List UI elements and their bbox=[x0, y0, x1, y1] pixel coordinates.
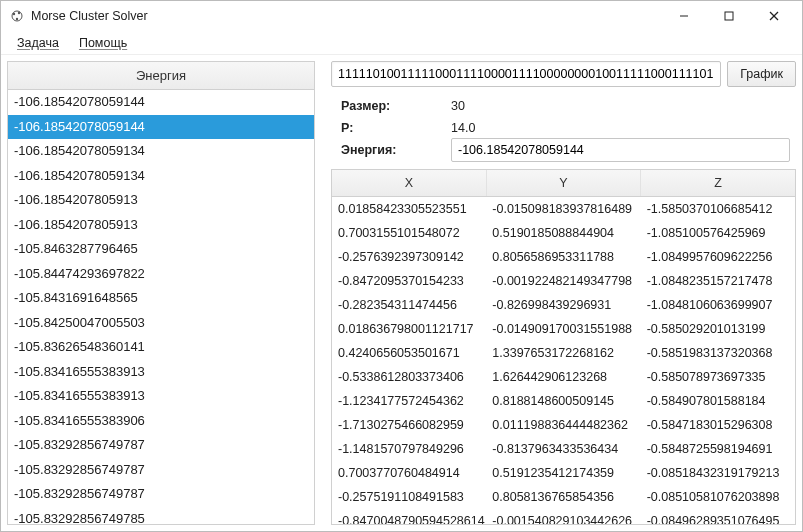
energy-list-row[interactable]: -106.18542078059144 bbox=[8, 90, 314, 115]
table-row[interactable]: -1.12341775724543620.8188148600509145-0.… bbox=[332, 389, 795, 413]
cell-y: 0.8058136765854356 bbox=[486, 490, 640, 504]
col-y[interactable]: Y bbox=[487, 170, 642, 196]
size-label: Размер: bbox=[341, 99, 451, 113]
table-row[interactable]: 0.42406560535016711.3397653172268162-0.5… bbox=[332, 341, 795, 365]
table-row[interactable]: 0.70031551015480720.5190185088844904-1.0… bbox=[332, 221, 795, 245]
app-window: Morse Cluster Solver Задача Помощь Энерг… bbox=[0, 0, 803, 532]
cell-x: -0.2576392397309142 bbox=[332, 250, 486, 264]
energy-field[interactable] bbox=[451, 138, 790, 162]
coord-table: X Y Z 0.01858423305523551-0.015098183937… bbox=[331, 169, 796, 525]
energy-list-row[interactable]: -105.8463287796465 bbox=[8, 237, 314, 262]
energy-list-row[interactable]: -105.83416555383913 bbox=[8, 384, 314, 409]
cell-x: 0.01858423305523551 bbox=[332, 202, 486, 216]
cell-x: -1.1481570797849296 bbox=[332, 442, 486, 456]
table-body[interactable]: 0.01858423305523551-0.015098183937816489… bbox=[332, 197, 795, 524]
energy-list-row[interactable]: -105.84474293697822 bbox=[8, 262, 314, 287]
cell-x: -1.1234177572454362 bbox=[332, 394, 486, 408]
cell-z: -0.585029201013199 bbox=[641, 322, 795, 336]
svg-point-3 bbox=[16, 18, 18, 20]
col-x[interactable]: X bbox=[332, 170, 487, 196]
table-row[interactable]: 0.01858423305523551-0.015098183937816489… bbox=[332, 197, 795, 221]
cell-x: -0.8470048790594528614 bbox=[332, 514, 486, 524]
cell-x: 0.4240656053501671 bbox=[332, 346, 486, 360]
cell-z: -0.5851983137320368 bbox=[641, 346, 795, 360]
cell-y: -0.001540829103442626 bbox=[486, 514, 640, 524]
binary-input[interactable] bbox=[331, 61, 721, 87]
cell-x: -0.282354311474456 bbox=[332, 298, 486, 312]
window-controls bbox=[661, 2, 796, 30]
table-row[interactable]: 0.018636798001121717-0.01490917003155198… bbox=[332, 317, 795, 341]
content-area: Энергия -106.18542078059144-106.18542078… bbox=[1, 55, 802, 531]
app-icon bbox=[9, 8, 25, 24]
cell-x: -1.7130275466082959 bbox=[332, 418, 486, 432]
table-row[interactable]: 0.70037707604849140.5191235412174359-0.0… bbox=[332, 461, 795, 485]
cell-y: 0.5191235412174359 bbox=[486, 466, 640, 480]
table-row[interactable]: -1.1481570797849296-0.8137963433536434-0… bbox=[332, 437, 795, 461]
table-row[interactable]: -0.282354311474456-0.826998439296931-1.0… bbox=[332, 293, 795, 317]
energy-list-row[interactable]: -105.83416555383906 bbox=[8, 409, 314, 434]
energy-list-row[interactable]: -105.83416555383913 bbox=[8, 360, 314, 385]
energy-list-row[interactable]: -106.1854207805913 bbox=[8, 188, 314, 213]
energy-list-row[interactable]: -105.8431691648565 bbox=[8, 286, 314, 311]
svg-point-2 bbox=[18, 12, 20, 14]
table-row[interactable]: -0.25751911084915830.8058136765854356-0.… bbox=[332, 485, 795, 509]
cell-y: 1.3397653172268162 bbox=[486, 346, 640, 360]
cell-z: -1.0848235157217478 bbox=[641, 274, 795, 288]
size-value: 30 bbox=[451, 99, 465, 113]
cell-z: -0.08510581076203898 bbox=[641, 490, 795, 504]
energy-list-row[interactable]: -106.18542078059144 bbox=[8, 115, 314, 140]
cell-y: 0.011198836444482362 bbox=[486, 418, 640, 432]
cell-z: -1.0849957609622256 bbox=[641, 250, 795, 264]
energy-list-row[interactable]: -105.83292856749787 bbox=[8, 482, 314, 507]
minimize-button[interactable] bbox=[661, 2, 706, 30]
energy-list-row[interactable]: -106.18542078059134 bbox=[8, 164, 314, 189]
table-row[interactable]: -0.8472095370154233-0.001922482149347798… bbox=[332, 269, 795, 293]
details-block: Размер: 30 P: 14.0 Энергия: bbox=[331, 93, 796, 163]
cell-y: 1.626442906123268 bbox=[486, 370, 640, 384]
cell-z: -0.08518432319179213 bbox=[641, 466, 795, 480]
rho-value: 14.0 bbox=[451, 121, 475, 135]
maximize-button[interactable] bbox=[706, 2, 751, 30]
splitter[interactable] bbox=[321, 61, 325, 525]
table-row[interactable]: -1.71302754660829590.011198836444482362-… bbox=[332, 413, 795, 437]
energy-list[interactable]: -106.18542078059144-106.18542078059144-1… bbox=[8, 90, 314, 524]
cell-x: 0.7003770760484914 bbox=[332, 466, 486, 480]
table-row[interactable]: -0.53386128033734061.626442906123268-0.5… bbox=[332, 365, 795, 389]
svg-rect-5 bbox=[725, 12, 733, 20]
cell-z: -0.5847183015296308 bbox=[641, 418, 795, 432]
col-z[interactable]: Z bbox=[641, 170, 795, 196]
menu-help[interactable]: Помощь bbox=[69, 33, 137, 53]
cell-y: -0.8137963433536434 bbox=[486, 442, 640, 456]
energy-list-row[interactable]: -106.18542078059134 bbox=[8, 139, 314, 164]
title-bar: Morse Cluster Solver bbox=[1, 1, 802, 31]
cell-y: 0.8188148600509145 bbox=[486, 394, 640, 408]
cell-x: 0.018636798001121717 bbox=[332, 322, 486, 336]
cell-y: -0.826998439296931 bbox=[486, 298, 640, 312]
menu-bar: Задача Помощь bbox=[1, 31, 802, 55]
cell-z: -1.085100576425969 bbox=[641, 226, 795, 240]
svg-line-6 bbox=[770, 12, 778, 20]
energy-list-row[interactable]: -106.1854207805913 bbox=[8, 213, 314, 238]
cell-z: -0.5848725598194691 bbox=[641, 442, 795, 456]
energy-list-row[interactable]: -105.84250047005503 bbox=[8, 311, 314, 336]
cell-z: -1.0848106063699907 bbox=[641, 298, 795, 312]
table-head: X Y Z bbox=[332, 170, 795, 197]
cell-z: -1.5850370106685412 bbox=[641, 202, 795, 216]
menu-task[interactable]: Задача bbox=[7, 33, 69, 53]
cell-x: -0.8472095370154233 bbox=[332, 274, 486, 288]
table-row[interactable]: -0.8470048790594528614-0.001540829103442… bbox=[332, 509, 795, 524]
energy-list-row[interactable]: -105.83292856749785 bbox=[8, 507, 314, 525]
energy-list-header: Энергия bbox=[8, 62, 314, 90]
energy-list-row[interactable]: -105.83626548360141 bbox=[8, 335, 314, 360]
energy-label: Энергия: bbox=[341, 143, 451, 157]
top-row: График bbox=[331, 61, 796, 87]
close-button[interactable] bbox=[751, 2, 796, 30]
graphic-button[interactable]: График bbox=[727, 61, 796, 87]
table-row[interactable]: -0.25763923973091420.8056586953311788-1.… bbox=[332, 245, 795, 269]
energy-list-row[interactable]: -105.83292856749787 bbox=[8, 433, 314, 458]
window-title: Morse Cluster Solver bbox=[31, 9, 661, 23]
right-panel: График Размер: 30 P: 14.0 Энергия: X bbox=[331, 61, 796, 525]
cell-z: -0.585078973697335 bbox=[641, 370, 795, 384]
cell-y: -0.001922482149347798 bbox=[486, 274, 640, 288]
energy-list-row[interactable]: -105.83292856749787 bbox=[8, 458, 314, 483]
